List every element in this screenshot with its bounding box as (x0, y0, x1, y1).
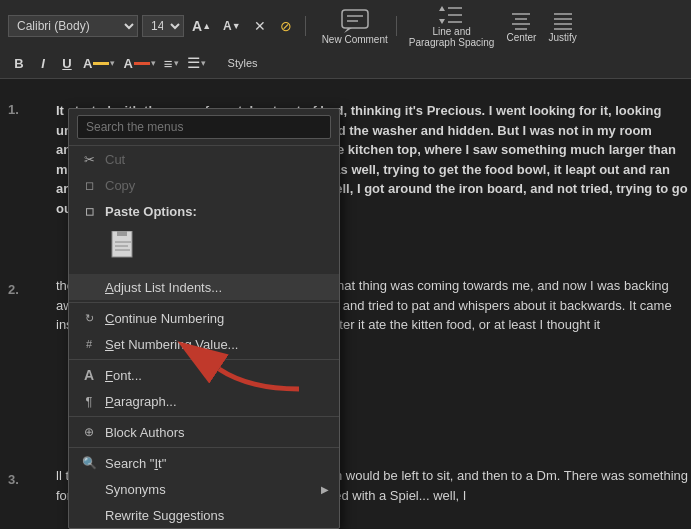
font-color-dropdown-icon: ▾ (151, 58, 156, 68)
font-menu-icon: A (81, 367, 97, 383)
menu-item-search[interactable]: 🔍 Search "It" (69, 450, 339, 476)
menu-paragraph-label: Paragraph... (105, 394, 177, 409)
line-number-3: 3. (8, 472, 19, 487)
paste-icons-row (69, 224, 339, 274)
svg-marker-7 (439, 6, 445, 11)
svg-rect-0 (342, 10, 368, 28)
list-button[interactable]: ≡ ▾ (161, 52, 182, 74)
center-button[interactable]: Center (506, 10, 536, 43)
menu-adjust-list-label: Adjust List Indents... (105, 280, 222, 295)
clear-format-button[interactable]: ✕ (249, 15, 271, 37)
synonyms-icon (81, 481, 97, 497)
menu-paste-label: Paste Options: (105, 204, 197, 219)
font-shrink-button[interactable]: A▼ (219, 15, 245, 37)
font-color-bar (134, 62, 150, 65)
divider-4 (69, 447, 339, 448)
continue-numbering-icon: ↻ (81, 310, 97, 326)
menu-block-authors-label: Block Authors (105, 425, 185, 440)
highlight-button[interactable]: A ▾ (80, 52, 118, 74)
line-number-1: 1. (8, 102, 19, 117)
paste-icon-default[interactable] (105, 228, 141, 268)
context-menu: ✂ Cut ◻ Copy ◻ Paste Options: (68, 108, 340, 529)
format-paint-icon: ⊘ (280, 18, 292, 34)
toolbar: Calibri (Body) 14 A▲ A▼ ✕ ⊘ New Comment (0, 0, 691, 79)
block-authors-icon: ⊕ (81, 424, 97, 440)
toolbar-row1: Calibri (Body) 14 A▲ A▼ ✕ ⊘ New Comment (8, 4, 683, 48)
menu-item-rewrite[interactable]: Rewrite Suggestions (69, 502, 339, 528)
menu-paste-options-header: ◻ Paste Options: (69, 198, 339, 224)
highlight-a-icon: A (83, 56, 92, 71)
line-number-2: 2. (8, 282, 19, 297)
toolbar-sep1 (305, 16, 306, 36)
list-dropdown-icon: ▾ (174, 58, 179, 68)
menu-copy-label: Copy (105, 178, 135, 193)
menu-continue-label: Continue Numbering (105, 311, 224, 326)
menu-synonyms-label: Synonyms (105, 482, 166, 497)
menu-item-copy[interactable]: ◻ Copy (69, 172, 339, 198)
center-label: Center (506, 32, 536, 43)
search-menu-icon: 🔍 (81, 455, 97, 471)
toolbar-sep2 (396, 16, 397, 36)
styles-button[interactable]: Styles (223, 52, 263, 74)
line-spacing-icon (438, 4, 466, 26)
synonyms-submenu-arrow: ▶ (321, 484, 329, 495)
menu-item-block-authors[interactable]: ⊕ Block Authors (69, 419, 339, 445)
menu-search-label: Search "It" (105, 456, 166, 471)
divider-1 (69, 302, 339, 303)
clear-format-icon: ✕ (254, 18, 266, 34)
set-numbering-icon: # (81, 336, 97, 352)
menu-item-adjust-list[interactable]: Adjust List Indents... (69, 274, 339, 300)
font-shrink-icon: A (223, 19, 232, 33)
menu-font-label: Font... (105, 368, 142, 383)
paste-header-icon: ◻ (81, 203, 97, 219)
rewrite-icon (81, 507, 97, 523)
menu-rewrite-label: Rewrite Suggestions (105, 508, 224, 523)
highlight-color-bar (93, 62, 109, 65)
comment-icon (340, 8, 370, 34)
justify-button[interactable]: Justify (548, 10, 576, 43)
italic-button[interactable]: I (32, 52, 54, 74)
paragraph-menu-icon: ¶ (81, 393, 97, 409)
list2-icon: ☰ (187, 54, 200, 72)
underline-button[interactable]: U (56, 52, 78, 74)
menu-item-continue-numbering[interactable]: ↻ Continue Numbering (69, 305, 339, 331)
list-icon: ≡ (164, 55, 173, 72)
svg-marker-8 (439, 19, 445, 24)
font-grow-icon: A (192, 18, 202, 34)
cut-icon: ✂ (81, 151, 97, 167)
line-spacing-label: Line andParagraph Spacing (409, 26, 495, 48)
justify-label: Justify (548, 32, 576, 43)
toolbar-row2: B I U A ▾ A ▾ ≡ ▾ ☰ ▾ Styles (8, 52, 683, 74)
list2-button[interactable]: ☰ ▾ (184, 52, 209, 74)
menu-item-cut[interactable]: ✂ Cut (69, 146, 339, 172)
search-input[interactable] (77, 115, 331, 139)
search-box-wrap (69, 109, 339, 146)
center-icon (510, 10, 532, 32)
adjust-list-icon (81, 279, 97, 295)
menu-item-synonyms[interactable]: Synonyms ▶ (69, 476, 339, 502)
highlight-dropdown-icon: ▾ (110, 58, 115, 68)
list2-dropdown-icon: ▾ (201, 58, 206, 68)
svg-rect-18 (117, 231, 127, 236)
red-arrow (169, 339, 319, 399)
justify-icon (552, 10, 574, 32)
paste-default-icon (108, 231, 138, 265)
bold-button[interactable]: B (8, 52, 30, 74)
font-color-button[interactable]: A ▾ (120, 52, 158, 74)
new-comment-button[interactable]: New Comment (322, 8, 388, 45)
font-grow-button[interactable]: A▲ (188, 15, 215, 37)
new-comment-label: New Comment (322, 34, 388, 45)
copy-icon: ◻ (81, 177, 97, 193)
format-paint-button[interactable]: ⊘ (275, 15, 297, 37)
menu-cut-label: Cut (105, 152, 125, 167)
font-selector[interactable]: Calibri (Body) (8, 15, 138, 37)
divider-3 (69, 416, 339, 417)
line-spacing-button[interactable]: Line andParagraph Spacing (409, 4, 495, 48)
font-size-selector[interactable]: 14 (142, 15, 184, 37)
font-color-a-icon: A (123, 56, 132, 71)
